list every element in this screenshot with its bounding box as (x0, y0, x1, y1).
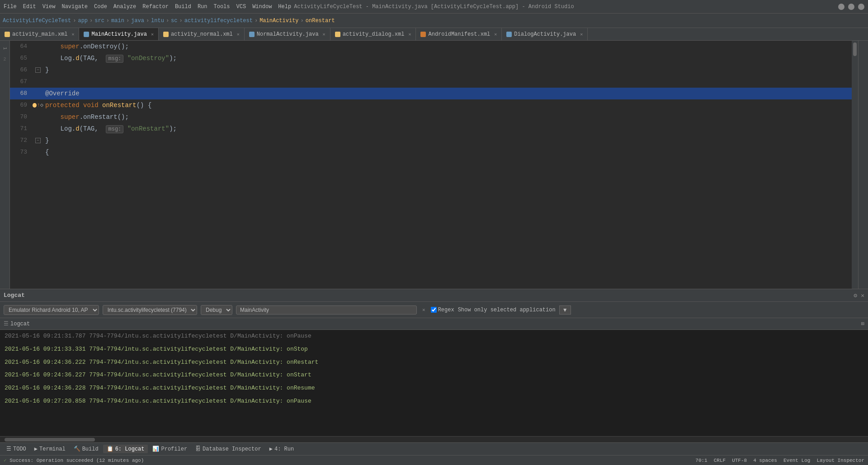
log-line-3: 2021-05-16 09:24:36.227 7794-7794/lntu.s… (0, 369, 868, 382)
breadcrumb[interactable]: ActivityLifeCycleTest › app › src › main… (3, 18, 335, 24)
logcat-sub-toolbar: ☰ logcat ⊞ (0, 318, 868, 330)
code-line-66: 66 − } (10, 64, 852, 76)
breadcrumb-sc[interactable]: sc (171, 18, 177, 24)
bottom-tab-logcat[interactable]: 📋 6: Logcat (103, 445, 148, 453)
menu-bar[interactable]: File Edit View Navigate Code Analyze Ref… (4, 4, 291, 10)
bookmark-diamond: ◇ (40, 99, 43, 111)
line-number-65: 65 (10, 52, 33, 64)
code-line-65: 65 Log.d(TAG, msg: "onDestroy"); (10, 52, 852, 64)
line-number-72: 72 (10, 135, 33, 146)
tab-activity-main-xml[interactable]: activity_main.xml ✕ (0, 28, 79, 40)
menu-help[interactable]: Help (278, 4, 291, 10)
toolbar: ActivityLifeCycleTest › app › src › main… (0, 14, 868, 28)
search-clear-icon[interactable]: ✕ (420, 306, 427, 313)
tab-close-icon[interactable]: ✕ (237, 32, 240, 37)
breadcrumb-class[interactable]: MainActivity (259, 18, 298, 24)
tab-activity-dialog-xml[interactable]: activity_dialog.xml ✕ (330, 28, 416, 40)
logcat-title: Logcat (4, 292, 25, 299)
menu-view[interactable]: View (42, 4, 56, 10)
bottom-tab-build[interactable]: 🔨 Build (70, 445, 102, 453)
bottom-tab-todo[interactable]: ☰ TODO (3, 445, 30, 453)
close-button[interactable] (858, 4, 864, 10)
tab-activity-normal-xml[interactable]: activity_normal.xml ✕ (159, 28, 245, 40)
breakpoint-dot[interactable] (33, 103, 37, 108)
regex-checkbox[interactable] (431, 307, 437, 313)
regex-checkbox-label[interactable]: Regex (431, 307, 454, 313)
line-number-69: 69 (10, 99, 33, 111)
logcat-header-controls[interactable]: ⚙ ✕ (854, 292, 864, 299)
logcat-close-icon[interactable]: ✕ (861, 292, 864, 299)
tab-dialogactivity-java[interactable]: DialogActivity.java ✕ (502, 28, 588, 40)
device-selector[interactable]: Emulator Richard Android 10, AP (4, 305, 99, 315)
tab-close-icon[interactable]: ✕ (323, 32, 326, 37)
horizontal-scrollbar[interactable] (5, 438, 95, 442)
breadcrumb-project[interactable]: ActivityLifeCycleTest (3, 18, 71, 24)
window-title: ActivityLifeCycleTest - MainActivity.jav… (294, 4, 574, 10)
menu-tools[interactable]: Tools (214, 4, 230, 10)
status-message: ✓ Success: Operation succeeded (12 minut… (4, 457, 144, 463)
tab-close-icon[interactable]: ✕ (408, 32, 411, 37)
tab-androidmanifest-xml[interactable]: AndroidManifest.xml ✕ (416, 28, 502, 40)
package-selector[interactable]: lntu.sc.activitylifecycletest (7794) (103, 305, 197, 315)
build-icon: 🔨 (74, 446, 80, 452)
layout-inspector-link[interactable]: Layout Inspector (816, 458, 864, 463)
fold-icon-72[interactable]: − (35, 138, 41, 143)
bottom-tab-run[interactable]: ▶ 4: Run (266, 445, 297, 453)
bottom-tab-terminal[interactable]: ▶ Terminal (31, 445, 69, 453)
logcat-header: Logcat ⚙ ✕ (0, 289, 868, 302)
breadcrumb-main[interactable]: main (111, 18, 124, 24)
log-output[interactable]: 2021-05-16 09:21:31.787 7794-7794/lntu.s… (0, 330, 868, 436)
event-log-link[interactable]: Event Log (783, 458, 810, 463)
menu-file[interactable]: File (4, 4, 17, 10)
menu-edit[interactable]: Edit (23, 4, 36, 10)
xml-icon (163, 32, 169, 37)
menu-code[interactable]: Code (94, 4, 107, 10)
minimize-button[interactable] (838, 4, 844, 10)
breadcrumb-method[interactable]: onRestart (306, 18, 335, 24)
window-controls[interactable] (838, 4, 864, 10)
logcat-wrap-icon[interactable]: ⊞ (861, 320, 864, 327)
breadcrumb-app[interactable]: app (78, 18, 88, 24)
menu-navigate[interactable]: Navigate (61, 4, 88, 10)
menu-refactor[interactable]: Refactor (142, 4, 169, 10)
tab-close-icon[interactable]: ✕ (151, 32, 154, 37)
code-line-68: 68 @Override (10, 88, 852, 99)
logcat-sub-right[interactable]: ⊞ (861, 320, 864, 327)
menu-analyze[interactable]: Analyze (113, 4, 136, 10)
sidebar-icon-2[interactable]: 2 (1, 55, 9, 63)
menu-window[interactable]: Window (252, 4, 272, 10)
menu-run[interactable]: Run (198, 4, 208, 10)
code-line-69: 69 ↑ ◇ protected void onRestart() { (10, 99, 852, 111)
tab-close-icon[interactable]: ✕ (580, 32, 583, 37)
manifest-icon (420, 32, 426, 37)
tab-close-icon[interactable]: ✕ (71, 32, 74, 37)
tab-close-icon[interactable]: ✕ (494, 32, 497, 37)
line-content-71: Log.d(TAG, msg: "onRestart"); (43, 123, 852, 135)
fold-icon-66[interactable]: − (35, 67, 41, 73)
menu-vcs[interactable]: VCS (236, 4, 246, 10)
breadcrumb-java[interactable]: java (131, 18, 144, 24)
level-selector[interactable]: Debug (201, 305, 232, 315)
log-line-0: 2021-05-16 09:21:31.787 7794-7794/lntu.s… (0, 330, 868, 343)
logcat-icon: 📋 (107, 446, 113, 452)
scrollbar-thumb[interactable] (853, 42, 857, 56)
sidebar-icon-project[interactable]: 1 (1, 44, 9, 52)
tab-mainactivity-java[interactable]: MainActivity.java ✕ (79, 28, 158, 40)
logcat-settings-icon[interactable]: ⚙ (854, 292, 857, 299)
code-line-73: 73 { (10, 146, 852, 158)
show-only-dropdown[interactable]: ▼ (559, 305, 571, 315)
breadcrumb-src[interactable]: src (94, 18, 104, 24)
line-gutter-72: − (33, 138, 43, 143)
bottom-tab-database[interactable]: 🗄 Database Inspector (192, 445, 265, 453)
logcat-search-input[interactable] (236, 305, 417, 315)
log-line-4: 2021-05-16 09:24:36.228 7794-7794/lntu.s… (0, 382, 868, 395)
maximize-button[interactable] (848, 4, 854, 10)
line-content-65: Log.d(TAG, msg: "onDestroy"); (43, 52, 852, 65)
bottom-tab-profiler[interactable]: 📊 Profiler (149, 445, 191, 453)
tab-normalactivity-java[interactable]: NormalActivity.java ✕ (245, 28, 330, 40)
breadcrumb-pkg[interactable]: activitylifecycletest (184, 18, 253, 24)
line-content-66: } (43, 64, 852, 76)
menu-build[interactable]: Build (175, 4, 191, 10)
breadcrumb-lntu[interactable]: lntu (151, 18, 164, 24)
line-gutter-69: ↑ ◇ (33, 99, 43, 111)
